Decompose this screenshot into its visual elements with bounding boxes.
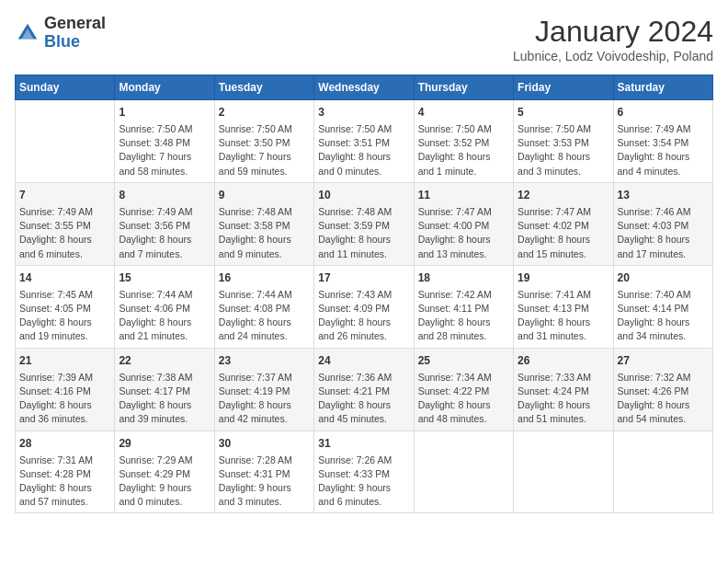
day-cell: 17Sunrise: 7:43 AM Sunset: 4:09 PM Dayli… <box>314 265 414 348</box>
day-cell: 16Sunrise: 7:44 AM Sunset: 4:08 PM Dayli… <box>214 265 313 348</box>
day-info: Sunrise: 7:46 AM Sunset: 4:03 PM Dayligh… <box>618 205 709 261</box>
day-cell: 13Sunrise: 7:46 AM Sunset: 4:03 PM Dayli… <box>613 182 712 265</box>
day-info: Sunrise: 7:31 AM Sunset: 4:28 PM Dayligh… <box>19 454 110 510</box>
day-info: Sunrise: 7:28 AM Sunset: 4:31 PM Dayligh… <box>219 454 310 510</box>
day-header-friday: Friday <box>514 75 613 100</box>
day-cell: 11Sunrise: 7:47 AM Sunset: 4:00 PM Dayli… <box>414 182 513 265</box>
day-info: Sunrise: 7:32 AM Sunset: 4:26 PM Dayligh… <box>618 371 709 427</box>
day-cell: 6Sunrise: 7:49 AM Sunset: 3:54 PM Daylig… <box>613 100 712 183</box>
day-number: 12 <box>518 187 609 203</box>
day-info: Sunrise: 7:45 AM Sunset: 4:05 PM Dayligh… <box>19 288 110 344</box>
day-number: 25 <box>418 352 509 369</box>
title-area: January 2024 Lubnice, Lodz Voivodeship, … <box>513 15 713 63</box>
days-header-row: SundayMondayTuesdayWednesdayThursdayFrid… <box>16 75 713 100</box>
day-info: Sunrise: 7:47 AM Sunset: 4:00 PM Dayligh… <box>418 205 509 261</box>
day-number: 18 <box>418 270 509 286</box>
day-cell <box>414 431 513 513</box>
calendar-table: SundayMondayTuesdayWednesdayThursdayFrid… <box>15 75 713 513</box>
day-cell: 18Sunrise: 7:42 AM Sunset: 4:11 PM Dayli… <box>414 265 513 348</box>
day-cell: 2Sunrise: 7:50 AM Sunset: 3:50 PM Daylig… <box>214 100 313 183</box>
day-number: 26 <box>518 352 609 369</box>
day-number: 15 <box>119 270 210 286</box>
day-cell: 27Sunrise: 7:32 AM Sunset: 4:26 PM Dayli… <box>613 348 712 431</box>
day-header-tuesday: Tuesday <box>214 75 313 100</box>
day-info: Sunrise: 7:38 AM Sunset: 4:17 PM Dayligh… <box>119 371 210 427</box>
day-cell: 15Sunrise: 7:44 AM Sunset: 4:06 PM Dayli… <box>115 265 214 348</box>
day-cell: 20Sunrise: 7:40 AM Sunset: 4:14 PM Dayli… <box>613 265 712 348</box>
day-cell: 10Sunrise: 7:48 AM Sunset: 3:59 PM Dayli… <box>314 182 414 265</box>
day-number: 29 <box>119 435 210 452</box>
day-cell: 19Sunrise: 7:41 AM Sunset: 4:13 PM Dayli… <box>514 265 613 348</box>
day-cell: 22Sunrise: 7:38 AM Sunset: 4:17 PM Dayli… <box>115 348 214 431</box>
day-info: Sunrise: 7:50 AM Sunset: 3:52 PM Dayligh… <box>418 122 509 178</box>
logo-blue: Blue <box>44 32 80 51</box>
day-cell: 28Sunrise: 7:31 AM Sunset: 4:28 PM Dayli… <box>16 431 115 513</box>
day-info: Sunrise: 7:37 AM Sunset: 4:19 PM Dayligh… <box>219 371 310 427</box>
day-number: 3 <box>318 104 409 121</box>
day-header-monday: Monday <box>115 75 214 100</box>
day-info: Sunrise: 7:42 AM Sunset: 4:11 PM Dayligh… <box>418 288 509 344</box>
day-number: 4 <box>418 104 509 121</box>
day-cell: 23Sunrise: 7:37 AM Sunset: 4:19 PM Dayli… <box>214 348 313 431</box>
day-number: 20 <box>618 270 709 286</box>
day-number: 17 <box>318 270 409 286</box>
logo-icon <box>15 20 40 46</box>
day-cell <box>613 431 712 513</box>
month-title: January 2024 <box>513 15 713 49</box>
day-info: Sunrise: 7:50 AM Sunset: 3:51 PM Dayligh… <box>318 122 409 178</box>
day-info: Sunrise: 7:49 AM Sunset: 3:56 PM Dayligh… <box>119 205 210 261</box>
day-info: Sunrise: 7:33 AM Sunset: 4:24 PM Dayligh… <box>518 371 609 427</box>
logo: General Blue <box>15 15 106 52</box>
day-number: 28 <box>19 435 110 452</box>
day-info: Sunrise: 7:40 AM Sunset: 4:14 PM Dayligh… <box>618 288 709 344</box>
day-number: 19 <box>518 270 609 286</box>
header: General Blue January 2024 Lubnice, Lodz … <box>15 15 713 63</box>
day-cell: 30Sunrise: 7:28 AM Sunset: 4:31 PM Dayli… <box>214 431 313 513</box>
day-cell: 26Sunrise: 7:33 AM Sunset: 4:24 PM Dayli… <box>514 348 613 431</box>
day-number: 5 <box>518 104 609 121</box>
day-number: 31 <box>318 435 409 452</box>
day-number: 8 <box>119 187 210 203</box>
day-info: Sunrise: 7:47 AM Sunset: 4:02 PM Dayligh… <box>518 205 609 261</box>
day-info: Sunrise: 7:49 AM Sunset: 3:54 PM Dayligh… <box>618 122 709 178</box>
day-number: 16 <box>219 270 310 286</box>
day-header-sunday: Sunday <box>16 75 115 100</box>
day-cell <box>514 431 613 513</box>
day-cell: 5Sunrise: 7:50 AM Sunset: 3:53 PM Daylig… <box>514 100 613 183</box>
day-info: Sunrise: 7:44 AM Sunset: 4:08 PM Dayligh… <box>219 288 310 344</box>
day-header-thursday: Thursday <box>414 75 513 100</box>
day-number: 10 <box>318 187 409 203</box>
day-info: Sunrise: 7:43 AM Sunset: 4:09 PM Dayligh… <box>318 288 409 344</box>
day-number: 24 <box>318 352 409 369</box>
day-info: Sunrise: 7:29 AM Sunset: 4:29 PM Dayligh… <box>119 454 210 510</box>
day-cell: 14Sunrise: 7:45 AM Sunset: 4:05 PM Dayli… <box>16 265 115 348</box>
week-row-4: 21Sunrise: 7:39 AM Sunset: 4:16 PM Dayli… <box>16 348 713 431</box>
day-number: 9 <box>219 187 310 203</box>
day-cell: 29Sunrise: 7:29 AM Sunset: 4:29 PM Dayli… <box>115 431 214 513</box>
day-cell: 25Sunrise: 7:34 AM Sunset: 4:22 PM Dayli… <box>414 348 513 431</box>
day-cell: 21Sunrise: 7:39 AM Sunset: 4:16 PM Dayli… <box>16 348 115 431</box>
day-info: Sunrise: 7:39 AM Sunset: 4:16 PM Dayligh… <box>19 371 110 427</box>
day-number: 1 <box>119 104 210 121</box>
day-number: 13 <box>618 187 709 203</box>
day-info: Sunrise: 7:41 AM Sunset: 4:13 PM Dayligh… <box>518 288 609 344</box>
week-row-1: 1Sunrise: 7:50 AM Sunset: 3:48 PM Daylig… <box>16 100 713 183</box>
day-number: 6 <box>618 104 709 121</box>
day-info: Sunrise: 7:50 AM Sunset: 3:48 PM Dayligh… <box>119 122 210 178</box>
logo-text: General Blue <box>44 15 106 52</box>
day-cell: 9Sunrise: 7:48 AM Sunset: 3:58 PM Daylig… <box>214 182 313 265</box>
day-number: 22 <box>119 352 210 369</box>
day-info: Sunrise: 7:48 AM Sunset: 3:59 PM Dayligh… <box>318 205 409 261</box>
day-header-wednesday: Wednesday <box>314 75 414 100</box>
week-row-3: 14Sunrise: 7:45 AM Sunset: 4:05 PM Dayli… <box>16 265 713 348</box>
day-number: 14 <box>19 270 110 286</box>
day-info: Sunrise: 7:50 AM Sunset: 3:50 PM Dayligh… <box>219 122 310 178</box>
day-cell: 24Sunrise: 7:36 AM Sunset: 4:21 PM Dayli… <box>314 348 414 431</box>
logo-general: General <box>44 14 106 32</box>
day-number: 7 <box>19 187 110 203</box>
subtitle: Lubnice, Lodz Voivodeship, Poland <box>513 49 713 63</box>
day-number: 23 <box>219 352 310 369</box>
day-info: Sunrise: 7:50 AM Sunset: 3:53 PM Dayligh… <box>518 122 609 178</box>
day-info: Sunrise: 7:26 AM Sunset: 4:33 PM Dayligh… <box>318 454 409 510</box>
day-cell: 1Sunrise: 7:50 AM Sunset: 3:48 PM Daylig… <box>115 100 214 183</box>
